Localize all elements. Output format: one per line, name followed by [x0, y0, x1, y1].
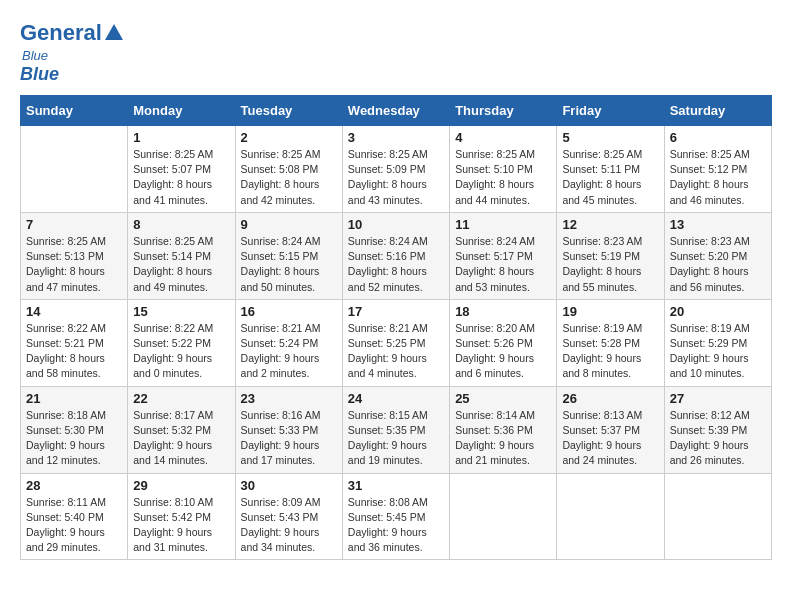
day-number: 13 — [670, 217, 766, 232]
calendar-day-cell: 27Sunrise: 8:12 AMSunset: 5:39 PMDayligh… — [664, 386, 771, 473]
day-number: 5 — [562, 130, 658, 145]
calendar-day-cell — [664, 473, 771, 560]
day-info: Sunrise: 8:25 AMSunset: 5:09 PMDaylight:… — [348, 147, 444, 208]
day-info: Sunrise: 8:08 AMSunset: 5:45 PMDaylight:… — [348, 495, 444, 556]
day-info: Sunrise: 8:24 AMSunset: 5:15 PMDaylight:… — [241, 234, 337, 295]
calendar-week-row: 21Sunrise: 8:18 AMSunset: 5:30 PMDayligh… — [21, 386, 772, 473]
day-number: 4 — [455, 130, 551, 145]
day-number: 11 — [455, 217, 551, 232]
day-number: 24 — [348, 391, 444, 406]
calendar-day-cell: 14Sunrise: 8:22 AMSunset: 5:21 PMDayligh… — [21, 299, 128, 386]
day-info: Sunrise: 8:21 AMSunset: 5:24 PMDaylight:… — [241, 321, 337, 382]
calendar-day-cell: 10Sunrise: 8:24 AMSunset: 5:16 PMDayligh… — [342, 212, 449, 299]
calendar-table: SundayMondayTuesdayWednesdayThursdayFrid… — [20, 95, 772, 560]
day-info: Sunrise: 8:21 AMSunset: 5:25 PMDaylight:… — [348, 321, 444, 382]
day-number: 29 — [133, 478, 229, 493]
calendar-day-cell: 30Sunrise: 8:09 AMSunset: 5:43 PMDayligh… — [235, 473, 342, 560]
calendar-day-cell: 16Sunrise: 8:21 AMSunset: 5:24 PMDayligh… — [235, 299, 342, 386]
calendar-day-cell: 15Sunrise: 8:22 AMSunset: 5:22 PMDayligh… — [128, 299, 235, 386]
calendar-day-cell: 9Sunrise: 8:24 AMSunset: 5:15 PMDaylight… — [235, 212, 342, 299]
logo: General Blue Blue — [20, 20, 124, 85]
calendar-day-cell: 6Sunrise: 8:25 AMSunset: 5:12 PMDaylight… — [664, 126, 771, 213]
weekday-header-wednesday: Wednesday — [342, 96, 449, 126]
calendar-day-cell: 20Sunrise: 8:19 AMSunset: 5:29 PMDayligh… — [664, 299, 771, 386]
calendar-header-row: SundayMondayTuesdayWednesdayThursdayFrid… — [21, 96, 772, 126]
calendar-week-row: 1Sunrise: 8:25 AMSunset: 5:07 PMDaylight… — [21, 126, 772, 213]
day-number: 7 — [26, 217, 122, 232]
day-number: 21 — [26, 391, 122, 406]
calendar-day-cell: 8Sunrise: 8:25 AMSunset: 5:14 PMDaylight… — [128, 212, 235, 299]
day-info: Sunrise: 8:25 AMSunset: 5:11 PMDaylight:… — [562, 147, 658, 208]
calendar-day-cell: 3Sunrise: 8:25 AMSunset: 5:09 PMDaylight… — [342, 126, 449, 213]
day-number: 20 — [670, 304, 766, 319]
day-number: 8 — [133, 217, 229, 232]
day-info: Sunrise: 8:22 AMSunset: 5:21 PMDaylight:… — [26, 321, 122, 382]
day-info: Sunrise: 8:22 AMSunset: 5:22 PMDaylight:… — [133, 321, 229, 382]
day-info: Sunrise: 8:17 AMSunset: 5:32 PMDaylight:… — [133, 408, 229, 469]
day-info: Sunrise: 8:13 AMSunset: 5:37 PMDaylight:… — [562, 408, 658, 469]
day-info: Sunrise: 8:25 AMSunset: 5:07 PMDaylight:… — [133, 147, 229, 208]
day-info: Sunrise: 8:25 AMSunset: 5:13 PMDaylight:… — [26, 234, 122, 295]
weekday-header-monday: Monday — [128, 96, 235, 126]
day-info: Sunrise: 8:14 AMSunset: 5:36 PMDaylight:… — [455, 408, 551, 469]
day-info: Sunrise: 8:20 AMSunset: 5:26 PMDaylight:… — [455, 321, 551, 382]
day-info: Sunrise: 8:15 AMSunset: 5:35 PMDaylight:… — [348, 408, 444, 469]
day-info: Sunrise: 8:24 AMSunset: 5:17 PMDaylight:… — [455, 234, 551, 295]
day-number: 31 — [348, 478, 444, 493]
svg-marker-0 — [105, 24, 123, 40]
day-info: Sunrise: 8:19 AMSunset: 5:28 PMDaylight:… — [562, 321, 658, 382]
calendar-day-cell: 18Sunrise: 8:20 AMSunset: 5:26 PMDayligh… — [450, 299, 557, 386]
day-number: 18 — [455, 304, 551, 319]
day-number: 26 — [562, 391, 658, 406]
calendar-day-cell — [450, 473, 557, 560]
calendar-day-cell: 12Sunrise: 8:23 AMSunset: 5:19 PMDayligh… — [557, 212, 664, 299]
day-number: 28 — [26, 478, 122, 493]
day-info: Sunrise: 8:16 AMSunset: 5:33 PMDaylight:… — [241, 408, 337, 469]
day-number: 9 — [241, 217, 337, 232]
weekday-header-tuesday: Tuesday — [235, 96, 342, 126]
day-info: Sunrise: 8:25 AMSunset: 5:14 PMDaylight:… — [133, 234, 229, 295]
day-number: 10 — [348, 217, 444, 232]
calendar-day-cell: 31Sunrise: 8:08 AMSunset: 5:45 PMDayligh… — [342, 473, 449, 560]
calendar-day-cell: 26Sunrise: 8:13 AMSunset: 5:37 PMDayligh… — [557, 386, 664, 473]
day-number: 14 — [26, 304, 122, 319]
weekday-header-sunday: Sunday — [21, 96, 128, 126]
calendar-day-cell: 2Sunrise: 8:25 AMSunset: 5:08 PMDaylight… — [235, 126, 342, 213]
calendar-day-cell: 25Sunrise: 8:14 AMSunset: 5:36 PMDayligh… — [450, 386, 557, 473]
day-number: 17 — [348, 304, 444, 319]
day-info: Sunrise: 8:11 AMSunset: 5:40 PMDaylight:… — [26, 495, 122, 556]
calendar-day-cell: 5Sunrise: 8:25 AMSunset: 5:11 PMDaylight… — [557, 126, 664, 213]
day-info: Sunrise: 8:10 AMSunset: 5:42 PMDaylight:… — [133, 495, 229, 556]
calendar-day-cell: 23Sunrise: 8:16 AMSunset: 5:33 PMDayligh… — [235, 386, 342, 473]
day-info: Sunrise: 8:25 AMSunset: 5:08 PMDaylight:… — [241, 147, 337, 208]
day-number: 23 — [241, 391, 337, 406]
calendar-day-cell: 28Sunrise: 8:11 AMSunset: 5:40 PMDayligh… — [21, 473, 128, 560]
day-info: Sunrise: 8:25 AMSunset: 5:12 PMDaylight:… — [670, 147, 766, 208]
day-number: 15 — [133, 304, 229, 319]
day-info: Sunrise: 8:23 AMSunset: 5:19 PMDaylight:… — [562, 234, 658, 295]
calendar-day-cell — [557, 473, 664, 560]
calendar-day-cell: 19Sunrise: 8:19 AMSunset: 5:28 PMDayligh… — [557, 299, 664, 386]
calendar-week-row: 28Sunrise: 8:11 AMSunset: 5:40 PMDayligh… — [21, 473, 772, 560]
calendar-week-row: 14Sunrise: 8:22 AMSunset: 5:21 PMDayligh… — [21, 299, 772, 386]
day-number: 12 — [562, 217, 658, 232]
calendar-day-cell: 29Sunrise: 8:10 AMSunset: 5:42 PMDayligh… — [128, 473, 235, 560]
day-number: 3 — [348, 130, 444, 145]
calendar-week-row: 7Sunrise: 8:25 AMSunset: 5:13 PMDaylight… — [21, 212, 772, 299]
day-number: 2 — [241, 130, 337, 145]
day-number: 6 — [670, 130, 766, 145]
day-number: 22 — [133, 391, 229, 406]
day-number: 1 — [133, 130, 229, 145]
calendar-day-cell: 22Sunrise: 8:17 AMSunset: 5:32 PMDayligh… — [128, 386, 235, 473]
calendar-day-cell: 11Sunrise: 8:24 AMSunset: 5:17 PMDayligh… — [450, 212, 557, 299]
weekday-header-thursday: Thursday — [450, 96, 557, 126]
day-info: Sunrise: 8:18 AMSunset: 5:30 PMDaylight:… — [26, 408, 122, 469]
calendar-day-cell: 17Sunrise: 8:21 AMSunset: 5:25 PMDayligh… — [342, 299, 449, 386]
calendar-day-cell: 4Sunrise: 8:25 AMSunset: 5:10 PMDaylight… — [450, 126, 557, 213]
calendar-day-cell — [21, 126, 128, 213]
day-info: Sunrise: 8:19 AMSunset: 5:29 PMDaylight:… — [670, 321, 766, 382]
logo-tagline: Blue — [22, 48, 48, 63]
page-header: General Blue Blue — [20, 20, 772, 85]
calendar-day-cell: 21Sunrise: 8:18 AMSunset: 5:30 PMDayligh… — [21, 386, 128, 473]
day-number: 19 — [562, 304, 658, 319]
